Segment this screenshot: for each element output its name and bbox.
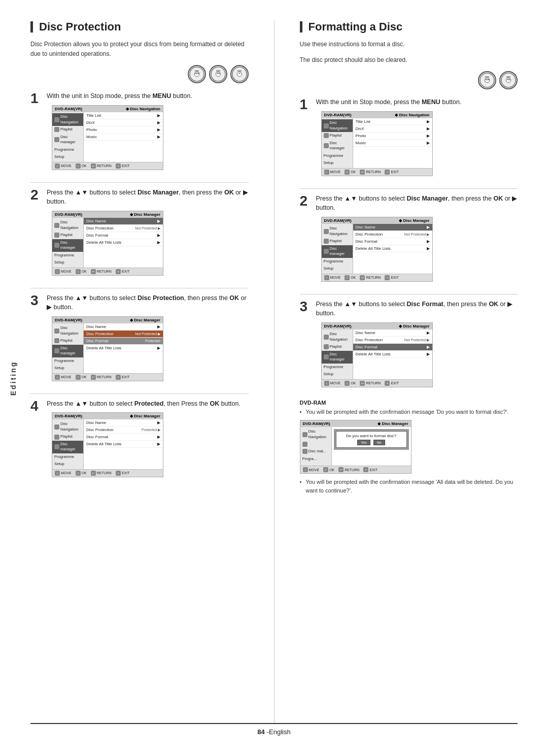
svg-text:-RAM: -RAM	[194, 73, 199, 75]
exit-icon-2: ×	[116, 269, 121, 274]
right-sidebar-disc-manager-3: Disc manager	[322, 351, 353, 364]
right-menu-row-protection-3: Disc ProtectionNot Protected ▶	[353, 337, 432, 344]
dialog-disc-mgr-icon	[302, 449, 307, 454]
dialog-menu-sidebar: Disc Navigation Disc mat... Progra...	[300, 427, 332, 466]
right-footer-move-2: ↕ MOVE	[324, 275, 341, 280]
menu-row-titlelist: Title List▶	[84, 112, 163, 119]
menu-row-music: Music▶	[84, 134, 163, 141]
menu-footer-3: ↕ MOVE □ OK ↩ RETURN × EXIT	[52, 373, 163, 381]
right-step-3-menu: DVD-RAM(VR) ◆ Disc Manager Disc Navigati…	[321, 322, 433, 387]
step-4-text: Press the ▲▼ button to select Protected,…	[47, 399, 249, 409]
sidebar-disc-nav-2: Disc Navigation	[52, 219, 83, 232]
right-menu-header-3: DVD-RAM(VR) ◆ Disc Manager	[322, 323, 432, 330]
right-menu-footer-3: ↕ MOVE □ OK ↩ RETURN × EXIT	[322, 379, 432, 387]
dvd-r-icon: DVD -R	[230, 65, 249, 83]
step-number-2: 2	[30, 188, 42, 202]
right-menu-header-1: DVD-RAM(VR) ◆ Disc Navigation	[322, 112, 432, 118]
menu-row-format: Disc Format▶	[84, 232, 163, 239]
sidebar-setup-3: Setup	[52, 365, 83, 372]
svg-text:DVD: DVD	[506, 77, 510, 79]
right-ok-icon-2: □	[345, 275, 350, 280]
step-3-text: Press the ▲▼ buttons to select Disc Prot…	[47, 293, 249, 313]
right-divider-1	[300, 188, 518, 189]
sidebar-disc-nav-3: Disc Navigation	[52, 324, 83, 337]
footer-return-4: ↩ RETURN	[91, 471, 112, 476]
step-3-menu: DVD-RAM(VR) ◆ Disc Manager Disc Navigati…	[52, 316, 163, 381]
step-3-content: Press the ▲▼ buttons to select Disc Prot…	[47, 293, 249, 381]
menu-sidebar: Disc Navigation Playlist Disc manager Pr…	[52, 112, 84, 162]
footer-return-2: ↩ RETURN	[91, 269, 112, 274]
nav-icon-2	[54, 223, 59, 228]
left-step-4: 4 Press the ▲▼ button to select Protecte…	[30, 399, 249, 477]
ok-icon-3: □	[76, 375, 81, 380]
left-step-2: 2 Press the ▲▼ buttons to select Disc Ma…	[30, 188, 249, 276]
step-number-1: 1	[30, 91, 42, 106]
footer-exit-4: × EXIT	[116, 471, 130, 476]
disc-mgr-icon-2	[54, 243, 59, 248]
dialog-overlay: Do you want to format disc? Yes No	[334, 429, 409, 450]
right-nav-icon-2	[324, 229, 329, 234]
formatting-desc-2: The disc protect should also be cleared.	[300, 55, 518, 65]
right-menu-sidebar-2: Disc Navigation Playlist Disc manager Pr…	[322, 224, 353, 274]
right-footer-return-2: ↩ RETURN	[360, 275, 381, 280]
right-dvd-rw-icon: DVD -RW	[499, 71, 518, 89]
menu-footer-2: ↕ MOVE □ OK ↩ RETURN × EXIT	[52, 268, 163, 275]
dialog-playlist-icon	[302, 442, 307, 447]
right-playlist-icon-1	[324, 133, 329, 138]
dialog-exit-icon: ×	[363, 467, 368, 472]
right-disc-mgr-icon-1	[324, 143, 329, 148]
move-icon-3: ↕	[55, 375, 60, 380]
return-icon-2: ↩	[91, 269, 96, 274]
footer-move-4: ↕ MOVE	[55, 471, 72, 476]
menu-body-2: Disc Navigation Playlist Disc manager Pr…	[52, 218, 163, 268]
right-menu-footer-2: ↕ MOVE □ OK ↩ RETURN × EXIT	[322, 274, 432, 281]
right-menu-main-2: Disc Name▶ Disc ProtectionNot Protected …	[353, 224, 432, 274]
dialog-no-button[interactable]: No	[373, 440, 385, 445]
right-menu-row-titlelist: Title List▶	[353, 118, 432, 125]
step-2-content: Press the ▲▼ buttons to select Disc Mana…	[47, 188, 249, 276]
right-menu-body-1: Disc Navigation Playlist Disc manager Pr…	[322, 118, 432, 168]
right-step-number-2: 2	[300, 194, 311, 208]
divider-1	[30, 182, 249, 183]
sidebar-programme: Programme	[52, 146, 83, 154]
formatting-disc-title: Formatting a Disc	[300, 20, 518, 34]
right-menu-row-discname-2: Disc Name▶	[353, 224, 432, 231]
sidebar-playlist-4: Playlist	[52, 433, 83, 441]
menu-body: Disc Navigation Playlist Disc manager Pr…	[52, 112, 163, 162]
playlist-icon	[54, 127, 59, 132]
right-menu-row-divx: DivX▶	[353, 125, 432, 133]
page-footer: 84 - English	[30, 723, 518, 736]
right-step-number-1: 1	[300, 97, 311, 112]
menu-main-3: Disc Name▶ Disc ProtectionNot Protected …	[84, 323, 163, 373]
step-1-text: With the unit in Stop mode, press the ME…	[47, 91, 249, 101]
right-menu-row-music: Music▶	[353, 140, 432, 147]
playlist-icon-3	[54, 338, 59, 343]
right-exit-icon-2: ×	[385, 275, 390, 280]
right-dvd-ram-icon: DVD -RAM	[478, 71, 496, 89]
page-number: 84	[257, 728, 264, 736]
disc-mgr-icon-4	[54, 444, 59, 449]
right-ok-icon-3: □	[345, 381, 350, 386]
return-icon: ↩	[91, 163, 96, 169]
title-bar-right	[300, 21, 302, 32]
right-move-icon-3: ↕	[324, 381, 329, 386]
right-exit-icon-1: ×	[385, 170, 390, 175]
menu-row-discname-4: Disc Name▶	[84, 419, 163, 426]
right-step-1-text: With the unit in Stop mode, press the ME…	[316, 97, 518, 107]
menu-header-2: DVD-RAM(VR) ◆ Disc Manager	[52, 211, 163, 218]
right-menu-body-3: Disc Navigation Playlist Disc manager Pr…	[322, 330, 432, 379]
nav-icon-3	[54, 328, 59, 334]
right-menu-row-format-2: Disc Format▶	[353, 238, 432, 245]
right-sidebar-playlist-2: Playlist	[322, 238, 353, 245]
right-move-icon-2: ↕	[324, 275, 329, 280]
right-return-icon-1: ↩	[360, 170, 365, 175]
footer-return: ↩ RETURN	[91, 163, 112, 169]
footer-return-3: ↩ RETURN	[91, 375, 112, 380]
menu-row-discname: Disc Name▶	[84, 218, 163, 225]
dialog-yes-button[interactable]: Yes	[357, 440, 370, 445]
sidebar-playlist: Playlist	[52, 126, 83, 134]
move-icon-2: ↕	[55, 269, 60, 274]
formatting-disc-section: Formatting a Disc Use these instructions…	[300, 20, 518, 723]
left-step-1: 1 With the unit in Stop mode, press the …	[30, 91, 249, 170]
right-nav-icon-1	[324, 123, 329, 128]
